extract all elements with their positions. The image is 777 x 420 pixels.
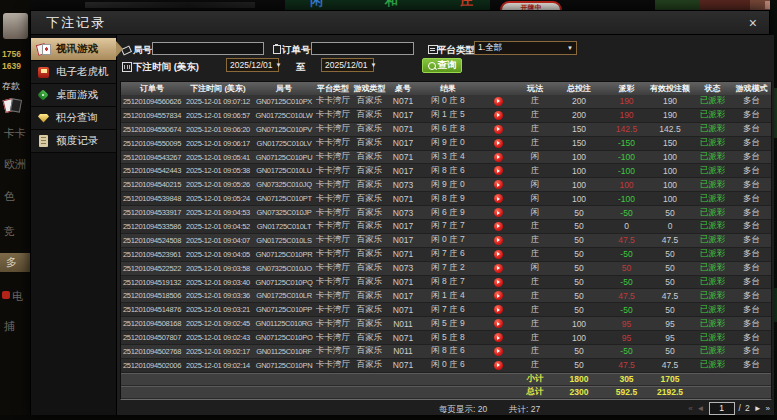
cell: 卡卡湾厅	[315, 303, 351, 316]
cell: 百家乐	[351, 248, 388, 261]
sidebar-item-slot[interactable]: 电子老虎机	[31, 61, 116, 84]
cell-replay	[478, 359, 518, 372]
round-input[interactable]	[152, 42, 264, 55]
first-page-button[interactable]: «	[688, 404, 692, 413]
replay-icon[interactable]	[494, 194, 503, 203]
column-header: 总投注	[552, 82, 606, 95]
sidebar-item-cards[interactable]: 视讯游戏	[31, 38, 116, 61]
replay-icon[interactable]	[494, 333, 503, 342]
cell	[693, 374, 732, 385]
cell: 多台	[732, 331, 771, 344]
cell	[478, 374, 518, 385]
cell: GN01125C010RF	[253, 345, 315, 358]
sidebar-item-ledger[interactable]: 额度记录	[31, 130, 116, 153]
replay-icon[interactable]	[494, 278, 503, 287]
cell: 50	[552, 303, 606, 316]
replay-icon[interactable]	[494, 180, 503, 189]
cell: 2025-12-01 09:02:43	[183, 331, 253, 344]
table-footer: 每页显示: 20 共计: 27 « ◄ 1 / 2 ► »	[120, 400, 772, 417]
cell: 已派彩	[693, 345, 732, 358]
order-input[interactable]	[311, 42, 414, 55]
cell: 闲 7 庄 7	[418, 220, 478, 233]
replay-icon[interactable]	[494, 291, 503, 300]
cell: N073	[388, 262, 418, 275]
cell: 庄	[518, 248, 552, 261]
cell: N071	[388, 123, 418, 136]
cell: 2025-12-01 09:02:17	[183, 345, 253, 358]
replay-icon[interactable]	[494, 250, 503, 259]
cell: 已派彩	[693, 151, 732, 164]
cell: 多台	[732, 178, 771, 191]
replay-icon[interactable]	[494, 236, 503, 245]
search-button[interactable]: 查询	[422, 58, 462, 73]
replay-icon[interactable]	[494, 264, 503, 273]
table-row: 2512010945245082025-12-01 09:04:07GN0172…	[121, 234, 771, 248]
cell-replay	[478, 234, 518, 247]
dialog-title: 下注记录	[46, 14, 106, 32]
date-from-picker[interactable]: 2025/12/01 ▼	[226, 58, 279, 72]
replay-icon[interactable]	[494, 347, 503, 356]
pagination: « ◄ 1 / 2 ► »	[688, 402, 770, 415]
cell-replay	[478, 248, 518, 261]
cell: N073	[388, 206, 418, 219]
cell: 多台	[732, 289, 771, 302]
sidebar-item-dice[interactable]: 桌面游戏	[31, 84, 116, 107]
date-to-picker[interactable]: 2025/12/01 ▼	[321, 58, 374, 72]
cell: 百家乐	[351, 234, 388, 247]
cell: 50	[552, 359, 606, 372]
prev-page-button[interactable]: ◄	[697, 404, 705, 413]
cell: 2025-12-01 09:05:38	[183, 164, 253, 177]
replay-icon[interactable]	[494, 111, 503, 120]
background-photo	[655, 0, 700, 10]
next-page-button[interactable]: ►	[754, 404, 762, 413]
cell: 190	[647, 95, 693, 108]
cell: 闲 7 庄 2	[418, 262, 478, 275]
cell: 100	[647, 178, 693, 191]
replay-icon[interactable]	[494, 361, 503, 370]
replay-icon[interactable]	[494, 208, 503, 217]
cell: 100	[606, 178, 647, 191]
replay-icon[interactable]	[494, 319, 503, 328]
cell: 百家乐	[351, 109, 388, 122]
last-page-button[interactable]: »	[766, 404, 770, 413]
replay-icon[interactable]	[494, 166, 503, 175]
total-label: 总计	[518, 387, 552, 398]
replay-icon[interactable]	[494, 125, 503, 134]
diamond-icon	[37, 112, 51, 125]
replay-icon[interactable]	[494, 305, 503, 314]
replay-icon[interactable]	[494, 153, 503, 162]
search-icon	[428, 62, 436, 70]
column-header: 局号	[253, 82, 315, 95]
table-row: 2512010945578342025-12-01 09:06:57GN0172…	[121, 109, 771, 123]
date-to-value: 2025/12/01	[325, 60, 368, 70]
bet-tiles-panel: 闲和庄	[285, 0, 490, 10]
order-filter-label: 订单号	[282, 44, 311, 57]
cell	[478, 387, 518, 398]
replay-icon[interactable]	[494, 222, 503, 231]
sidebar-item-diamond[interactable]: 积分查询	[31, 107, 116, 130]
cell: 142.5	[647, 123, 693, 136]
close-icon[interactable]: ×	[749, 16, 757, 30]
cell: 2025-12-01 09:06:57	[183, 109, 253, 122]
cards-icon	[4, 98, 22, 112]
cell: 闲 3 庄 4	[418, 151, 478, 164]
cell: GN07125C010PQ	[253, 276, 315, 289]
slot-machine-icon	[2, 291, 10, 299]
cell: 闲 1 庄 5	[418, 109, 478, 122]
page-number-input[interactable]: 1	[709, 402, 735, 415]
replay-icon[interactable]	[494, 139, 503, 148]
replay-icon[interactable]	[494, 97, 503, 106]
cell-replay	[478, 331, 518, 344]
cell: 卡卡湾厅	[315, 164, 351, 177]
cell: GN01725C010LT	[253, 220, 315, 233]
page-separator: /	[739, 403, 741, 413]
cell: 多台	[732, 303, 771, 316]
cell: 200	[552, 95, 606, 108]
table-row: 2512010945020062025-12-01 09:02:14GN0712…	[121, 359, 771, 373]
cell: 卡卡湾厅	[315, 95, 351, 108]
cell: 已派彩	[693, 95, 732, 108]
cell: 闲	[518, 178, 552, 191]
table-row: 2512010945424432025-12-01 09:05:38GN0172…	[121, 164, 771, 178]
platform-select[interactable]: 1.全部 ▼	[474, 41, 577, 55]
cell: 闲	[518, 262, 552, 275]
